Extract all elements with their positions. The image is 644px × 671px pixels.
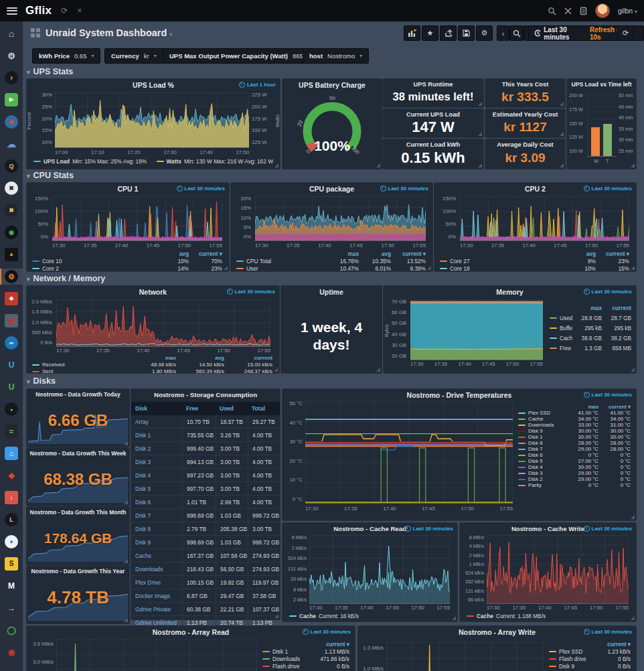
variable-host[interactable]: hostNostromo▾ [303, 48, 369, 64]
time-badge[interactable]: Last 30 minutes [584, 289, 632, 295]
bar-time[interactable] [603, 124, 612, 156]
legend-series[interactable]: Plex SSD [518, 410, 565, 416]
sidebar-app-icon[interactable]: ✖ [0, 180, 23, 196]
refresh-button[interactable]: ⟳ [617, 25, 634, 41]
sidebar-app-icon[interactable]: S [0, 556, 23, 572]
cache-write-chart[interactable] [487, 535, 629, 604]
sidebar-app-icon[interactable]: ⚙ [0, 48, 23, 64]
time-badge[interactable]: Last 1 hour [239, 82, 276, 88]
time-badge[interactable]: Last 30 minutes [584, 526, 632, 532]
legend-series[interactable]: Downloads [518, 422, 565, 428]
legend-series[interactable]: Core 27 [440, 258, 568, 265]
section-ups-stats[interactable]: ▾UPS Stats [27, 67, 73, 76]
sidebar-app-icon[interactable]: ◆ [0, 467, 23, 483]
legend-series[interactable]: Disk 6 [518, 452, 565, 458]
legend-series[interactable]: Free [550, 345, 572, 352]
time-badge[interactable]: Last 30 minutes [303, 629, 351, 635]
legend-series[interactable]: Sent [32, 368, 129, 374]
page-title[interactable]: Unraid System Dashboard ▾ [46, 27, 172, 38]
sidebar-app-icon[interactable]: ◯ [0, 622, 23, 638]
legend-series[interactable]: Disk 3 [518, 470, 565, 476]
sidebar-app-icon[interactable]: ◉ [0, 114, 23, 130]
sidebar-app-icon[interactable]: ● [0, 534, 23, 550]
array-write-chart[interactable] [386, 642, 544, 671]
legend-series[interactable]: Received [32, 362, 129, 368]
cpu2-chart[interactable] [460, 196, 629, 241]
sidebar-app-icon[interactable]: ⌂ [0, 25, 23, 42]
sidebar-app-icon[interactable]: U [0, 379, 23, 395]
legend-series[interactable]: Disk 1 [262, 648, 308, 655]
time-badge[interactable]: Last 30 minutes [227, 289, 275, 295]
legend-series[interactable]: Cached [550, 335, 572, 342]
network-chart[interactable] [56, 299, 270, 347]
zoom-out-button[interactable] [509, 25, 524, 41]
time-badge[interactable]: Last 30 minutes [584, 185, 632, 192]
share-button[interactable] [440, 25, 457, 41]
legend-series[interactable]: Disk 4 [518, 464, 565, 470]
sidebar-app-icon[interactable]: ↓ [0, 490, 23, 506]
variable-kwh-price[interactable]: kWh Price0.65▾ [32, 48, 100, 64]
dashboard-settings-button[interactable]: ⚙ [476, 25, 493, 41]
save-button[interactable] [458, 25, 475, 41]
time-badge[interactable]: Last 30 minutes [405, 526, 453, 532]
cpu1-chart[interactable] [52, 196, 222, 241]
legend-series[interactable]: Disk 8 [518, 440, 565, 446]
sidebar-app-icon[interactable]: ∞ [0, 335, 23, 351]
sidebar-app-icon[interactable]: = [0, 423, 23, 439]
close-tab-icon[interactable]: × [77, 6, 82, 15]
sidebar-app-icon[interactable]: ⚙ [0, 269, 23, 285]
time-back-button[interactable]: ‹ [497, 25, 509, 41]
legend-series[interactable]: Core 10 [32, 258, 161, 265]
sidebar-app-icon[interactable]: ● [0, 401, 23, 417]
snapshot-icon[interactable] [580, 7, 587, 15]
exit-fullscreen-icon[interactable] [564, 7, 572, 15]
bar-watts[interactable] [591, 127, 600, 156]
sidebar-app-icon[interactable]: M [0, 578, 23, 594]
variable-ups-capacity[interactable]: UPS Max Output Power Capacity (Watt)865▾ [163, 48, 317, 64]
sidebar-app-icon[interactable]: U [0, 357, 23, 373]
legend-series[interactable]: Plex SSD [549, 648, 592, 655]
sidebar-app-icon[interactable]: ◆ [0, 291, 23, 307]
time-badge[interactable]: Last 30 minutes [177, 185, 225, 192]
time-badge[interactable]: Last 30 minutes [380, 185, 428, 192]
cpu-package-chart[interactable] [255, 196, 426, 241]
sidebar-app-icon[interactable]: ⌂ [0, 445, 23, 461]
legend-series[interactable]: Disk 9 [549, 663, 592, 670]
legend-series[interactable]: Disk 9 [518, 428, 565, 434]
menu-icon[interactable] [7, 7, 17, 15]
legend-series[interactable]: Core 18 [440, 265, 568, 272]
sidebar-app-icon[interactable]: ✖ [0, 202, 23, 218]
legend-series[interactable]: Cache [518, 416, 565, 422]
cache-read-legend[interactable]: CacheCurrent: 16 kB/s [289, 613, 359, 619]
legend-series[interactable]: Flash drive [549, 656, 592, 662]
star-button[interactable]: ★ [422, 25, 438, 41]
legend-series[interactable]: Disk 1 [518, 434, 565, 440]
refresh-tab-icon[interactable]: ⟳ [61, 6, 68, 15]
sidebar-app-icon[interactable]: ◉ [0, 224, 23, 240]
legend-series[interactable]: Used [550, 315, 572, 321]
legend-series[interactable]: Disk 2 [518, 476, 565, 482]
cache-write-legend[interactable]: CacheCurrent: 1.188 MB/s [467, 613, 546, 619]
sidebar-app-icon[interactable]: ▦ [0, 313, 23, 329]
sidebar-app-icon[interactable]: ▶ [0, 92, 23, 108]
sidebar-app-icon[interactable]: ▲ [0, 246, 23, 263]
sidebar-app-icon[interactable]: L [0, 512, 23, 528]
array-read-chart[interactable] [56, 640, 257, 671]
legend-series[interactable]: Disk 5 [518, 458, 565, 464]
legend-series[interactable]: Downloads [262, 656, 308, 662]
user-menu[interactable]: gilbn ▾ [618, 7, 637, 15]
sidebar-app-icon[interactable]: › [0, 70, 23, 86]
variable-currency[interactable]: Currencykr▾ [104, 48, 163, 64]
legend-series[interactable]: Flash drive [262, 663, 308, 670]
time-badge[interactable]: Last 30 minutes [584, 392, 632, 398]
section-disks[interactable]: ▾Disks [27, 376, 56, 386]
memory-chart[interactable] [410, 299, 543, 360]
avatar[interactable] [595, 3, 610, 18]
app-logo[interactable]: Gflix [25, 4, 52, 17]
time-badge[interactable]: Last 30 minutes [584, 629, 632, 635]
legend-series[interactable]: User [236, 265, 324, 272]
ups-load-chart[interactable] [55, 92, 249, 148]
legend-ups-load[interactable]: UPS LoadMin: 15% Max: 25% Avg: 19% [33, 158, 147, 165]
search-icon[interactable] [548, 7, 556, 15]
sidebar-app-icon[interactable]: Q [0, 158, 23, 174]
